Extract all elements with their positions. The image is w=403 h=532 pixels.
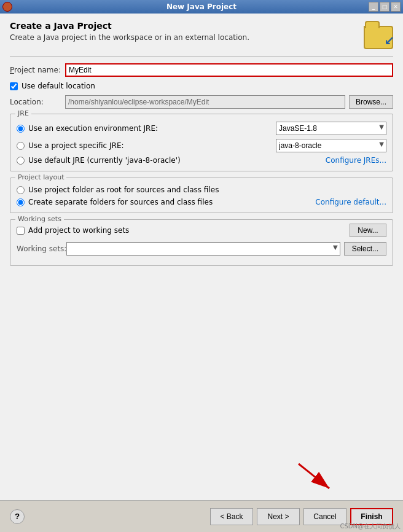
working-sets-select-row: Working sets: Select... xyxy=(17,242,386,256)
browse-button[interactable]: Browse... xyxy=(349,95,393,109)
layout-option1-radio[interactable] xyxy=(17,186,25,194)
back-button[interactable]: < Back xyxy=(210,508,253,525)
dialog-body: Create a Java Project Create a Java proj… xyxy=(0,14,403,500)
jre-option2-radio[interactable] xyxy=(17,142,25,150)
jre-option2-select[interactable]: java-8-oracle java-11-openjdk xyxy=(276,139,386,152)
jre-option1-select[interactable]: JavaSE-1.8 JavaSE-11 JavaSE-17 xyxy=(276,122,386,135)
folder-icon: ↙ xyxy=(364,26,393,49)
folder-arrow-icon: ↙ xyxy=(384,33,394,48)
project-name-input[interactable] xyxy=(65,63,393,77)
jre-option2-left: Use a project specific JRE: xyxy=(17,141,124,150)
dialog-icon: ↙ xyxy=(364,21,393,50)
jre-option2-row: Use a project specific JRE: java-8-oracl… xyxy=(17,139,386,152)
select-working-sets-button[interactable]: Select... xyxy=(344,242,386,256)
layout-option2-row: Create separate folders for sources and … xyxy=(17,198,386,206)
working-sets-select[interactable] xyxy=(66,242,340,256)
working-sets-label: Working sets xyxy=(15,215,64,223)
configure-jres-link[interactable]: Configure JREs... xyxy=(326,156,386,165)
header-divider xyxy=(10,57,393,57)
jre-option3-left: Use default JRE (currently 'java-8-oracl… xyxy=(17,156,181,165)
jre-option2-label: Use a project specific JRE: xyxy=(28,141,124,150)
working-sets-group: Working sets Add project to working sets… xyxy=(10,219,393,266)
help-button[interactable]: ? xyxy=(10,509,25,524)
jre-option3-row: Use default JRE (currently 'java-8-oracl… xyxy=(17,156,386,165)
location-label: Location: xyxy=(10,98,65,106)
close-btn[interactable]: ✕ xyxy=(391,2,401,12)
project-layout-label: Project layout xyxy=(15,173,66,181)
jre-option1-label: Use an execution environment JRE: xyxy=(28,124,158,133)
add-working-sets-checkbox-label: Add project to working sets xyxy=(28,226,342,235)
jre-option1-left: Use an execution environment JRE: xyxy=(17,124,158,133)
default-location-checkbox[interactable] xyxy=(10,82,18,90)
jre-option1-row: Use an execution environment JRE: JavaSE… xyxy=(17,122,386,135)
jre-option1-select-wrapper: JavaSE-1.8 JavaSE-11 JavaSE-17 xyxy=(276,122,386,135)
maximize-btn[interactable]: □ xyxy=(380,2,389,12)
new-working-set-button[interactable]: New... xyxy=(350,224,386,237)
working-sets-select-wrapper xyxy=(66,242,340,256)
window-title: New Java Project xyxy=(166,2,237,11)
layout-option1-row: Use project folder as root for sources a… xyxy=(17,186,386,194)
window-icon xyxy=(2,2,12,12)
jre-group-label: JRE xyxy=(15,109,31,117)
jre-option3-label: Use default JRE (currently 'java-8-oracl… xyxy=(28,156,181,165)
jre-option2-select-wrapper: java-8-oracle java-11-openjdk xyxy=(276,139,386,152)
title-bar: New Java Project _ □ ✕ xyxy=(0,0,403,14)
working-sets-field-label: Working sets: xyxy=(17,244,66,253)
default-location-label: Use default location xyxy=(22,82,95,90)
project-layout-group: Project layout Use project folder as roo… xyxy=(10,178,393,213)
title-bar-controls[interactable]: _ □ ✕ xyxy=(369,2,401,12)
layout-option2-radio[interactable] xyxy=(17,198,25,206)
default-location-row: Use default location xyxy=(10,82,393,90)
location-row: Location: Browse... xyxy=(10,95,393,109)
location-input[interactable] xyxy=(65,95,345,109)
jre-option1-radio[interactable] xyxy=(17,125,25,133)
dialog-header: Create a Java Project Create a Java proj… xyxy=(10,21,393,50)
configure-default-link[interactable]: Configure default... xyxy=(315,198,386,206)
jre-group: JRE Use an execution environment JRE: Ja… xyxy=(10,114,393,171)
jre-option3-radio[interactable] xyxy=(17,157,25,165)
layout-option1-label: Use project folder as root for sources a… xyxy=(28,186,219,194)
dialog-subtitle: Create a Java project in the workspace o… xyxy=(10,33,249,42)
minimize-btn[interactable]: _ xyxy=(369,2,378,12)
layout-option2-left: Create separate folders for sources and … xyxy=(17,198,213,206)
next-button[interactable]: Next > xyxy=(257,508,300,525)
watermark: CSDN@在人间负债人 xyxy=(340,522,401,531)
layout-option2-label: Create separate folders for sources and … xyxy=(28,198,213,206)
add-working-sets-checkbox[interactable] xyxy=(17,227,25,235)
project-name-row: Project name: xyxy=(10,63,393,77)
add-working-sets-row: Add project to working sets New... xyxy=(17,224,386,237)
bottom-bar: ? < Back Next > Cancel Finish CSDN@在人间负债… xyxy=(0,500,403,532)
dialog-title: Create a Java Project xyxy=(10,21,249,31)
project-name-label: Project name: xyxy=(10,66,65,74)
bottom-spacer xyxy=(10,272,393,321)
